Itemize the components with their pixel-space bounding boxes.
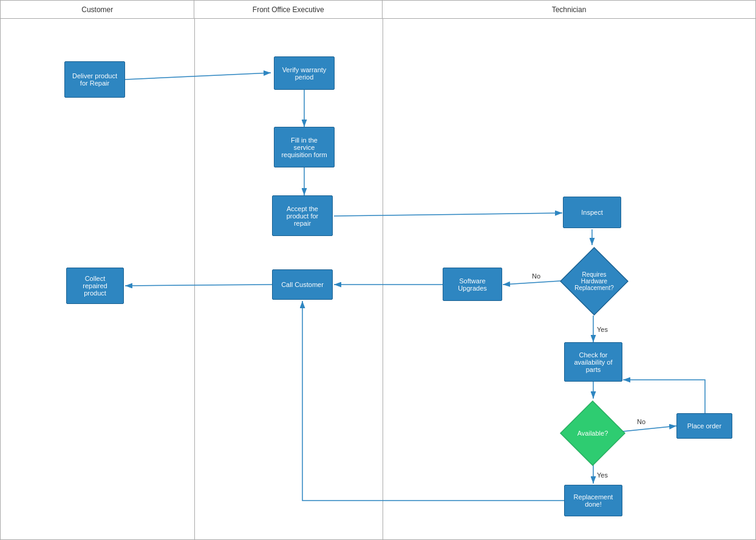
node-fill: Fill in the service requisition form xyxy=(274,127,335,167)
node-collect: Collect repaired product xyxy=(66,268,124,304)
lane-header-customer: Customer xyxy=(1,1,194,18)
node-placeorder: Place order xyxy=(676,413,732,439)
node-callcustomer: Call Customer xyxy=(272,269,333,300)
node-verify: Verify warranty period xyxy=(274,56,335,90)
lanes: No Yes No Yes xyxy=(1,19,755,540)
node-inspect: Inspect xyxy=(563,197,621,228)
node-softwareupgrades: Software Upgrades xyxy=(443,268,502,301)
node-available: Available? xyxy=(559,400,626,467)
node-deliver: Deliver product for Repair xyxy=(64,61,125,98)
diagram-container: Customer Front Office Executive Technici… xyxy=(0,0,756,540)
node-accept: Accept the product for repair xyxy=(272,195,333,236)
lane-header-frontoffice: Front Office Executive xyxy=(194,1,383,18)
node-checkavail: Check for availability of parts xyxy=(564,342,622,382)
node-replacementdone: Replacement done! xyxy=(564,485,622,516)
lane-headers: Customer Front Office Executive Technici… xyxy=(1,1,755,19)
lane-header-technician: Technician xyxy=(383,1,755,18)
node-requireshw: Requires Hardware Replacement? xyxy=(559,246,629,316)
